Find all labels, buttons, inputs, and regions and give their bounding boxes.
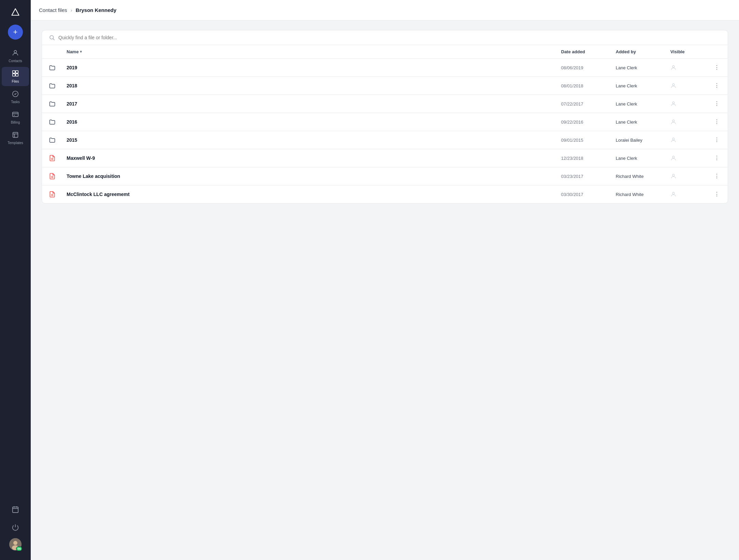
row-action-cell[interactable]: ⋮ xyxy=(706,113,728,131)
visible-person-icon xyxy=(670,137,700,143)
sidebar-item-files[interactable]: Files xyxy=(2,67,29,86)
row-more-button[interactable]: ⋮ xyxy=(711,154,722,162)
sidebar-item-templates-label: Templates xyxy=(8,141,23,145)
folder-icon xyxy=(49,137,56,143)
search-bar xyxy=(42,30,728,45)
table-row: 2016 09/22/2016 Lane Clerk ⋮ xyxy=(42,113,728,131)
files-table: Name ▾ Date added Added by Visible 2019 xyxy=(42,45,728,203)
row-action-cell[interactable]: ⋮ xyxy=(706,167,728,185)
item-name: 2016 xyxy=(67,119,77,125)
item-date: 09/01/2015 xyxy=(561,138,583,143)
svg-rect-7 xyxy=(13,112,18,117)
row-icon-cell xyxy=(42,185,61,204)
item-added-by: Lane Clerk xyxy=(616,65,637,70)
item-name: 2017 xyxy=(67,101,77,107)
row-person-cell: Lane Clerk xyxy=(610,59,665,77)
user-avatar[interactable]: 56 xyxy=(9,538,22,550)
power-icon-button[interactable] xyxy=(9,520,22,534)
item-date: 08/06/2019 xyxy=(561,65,583,70)
folder-icon xyxy=(49,118,56,125)
row-date-cell: 09/22/2016 xyxy=(556,113,610,131)
item-name: Maxwell W-9 xyxy=(67,155,95,161)
row-name-cell[interactable]: Maxwell W-9 xyxy=(61,149,556,167)
row-name-cell[interactable]: 2015 xyxy=(61,131,556,149)
item-date: 12/23/2018 xyxy=(561,156,583,161)
row-name-cell[interactable]: 2018 xyxy=(61,77,556,95)
svg-point-32 xyxy=(672,174,674,176)
row-more-button[interactable]: ⋮ xyxy=(711,100,722,108)
sidebar-item-contacts[interactable]: Contacts xyxy=(2,46,29,66)
visible-person-icon xyxy=(670,119,700,125)
row-action-cell[interactable]: ⋮ xyxy=(706,185,728,204)
row-icon-cell xyxy=(42,77,61,95)
row-action-cell[interactable]: ⋮ xyxy=(706,95,728,113)
row-name-cell[interactable]: 2019 xyxy=(61,59,556,77)
row-more-button[interactable]: ⋮ xyxy=(711,82,722,90)
add-button[interactable]: + xyxy=(8,25,23,40)
item-date: 03/30/2017 xyxy=(561,192,583,197)
row-icon-cell xyxy=(42,59,61,77)
sidebar-item-contacts-label: Contacts xyxy=(9,59,22,63)
breadcrumb-parent[interactable]: Contact files xyxy=(39,7,67,13)
sidebar-item-billing[interactable]: Billing xyxy=(2,108,29,127)
billing-icon xyxy=(12,111,19,119)
row-icon-cell xyxy=(42,113,61,131)
date-col-header: Date added xyxy=(556,45,610,59)
row-more-button[interactable]: ⋮ xyxy=(711,190,722,198)
item-name: Towne Lake acquisition xyxy=(67,173,120,179)
row-action-cell[interactable]: ⋮ xyxy=(706,77,728,95)
file-icon xyxy=(49,155,56,162)
row-person-cell: Richard White xyxy=(610,167,665,185)
row-more-button[interactable]: ⋮ xyxy=(711,64,722,72)
svg-marker-0 xyxy=(12,9,19,15)
row-action-cell[interactable]: ⋮ xyxy=(706,149,728,167)
table-row: 2015 09/01/2015 Loralei Bailey ⋮ xyxy=(42,131,728,149)
calendar-icon-button[interactable] xyxy=(9,503,22,516)
row-visible-cell xyxy=(665,95,706,113)
row-visible-cell xyxy=(665,149,706,167)
row-name-cell[interactable]: McClintock LLC agreememt xyxy=(61,185,556,204)
visible-col-header: Visible xyxy=(665,45,706,59)
sort-arrow-icon: ▾ xyxy=(80,50,82,54)
row-person-cell: Lane Clerk xyxy=(610,113,665,131)
main-content: Contact files › Bryson Kennedy xyxy=(31,0,739,560)
file-icon xyxy=(49,191,56,198)
row-icon-cell xyxy=(42,95,61,113)
item-name: 2018 xyxy=(67,83,77,88)
svg-point-26 xyxy=(672,138,674,140)
row-action-cell[interactable]: ⋮ xyxy=(706,59,728,77)
svg-point-22 xyxy=(672,66,674,68)
row-date-cell: 12/23/2018 xyxy=(556,149,610,167)
row-more-button[interactable]: ⋮ xyxy=(711,136,722,144)
breadcrumb-separator: › xyxy=(71,7,72,13)
row-person-cell: Lane Clerk xyxy=(610,77,665,95)
avatar-badge: 56 xyxy=(16,546,22,551)
breadcrumb-current: Bryson Kennedy xyxy=(76,7,116,13)
row-more-button[interactable]: ⋮ xyxy=(711,118,722,126)
svg-rect-10 xyxy=(13,132,18,138)
row-more-button[interactable]: ⋮ xyxy=(711,172,722,180)
item-added-by: Richard White xyxy=(616,174,644,179)
item-name: McClintock LLC agreememt xyxy=(67,192,129,197)
sidebar-item-files-label: Files xyxy=(12,80,19,83)
row-name-cell[interactable]: 2017 xyxy=(61,95,556,113)
row-name-cell[interactable]: 2016 xyxy=(61,113,556,131)
name-col-header: Name ▾ xyxy=(61,45,556,59)
row-person-cell: Lane Clerk xyxy=(610,95,665,113)
sidebar-item-templates[interactable]: Templates xyxy=(2,128,29,148)
row-name-cell[interactable]: Towne Lake acquisition xyxy=(61,167,556,185)
svg-line-21 xyxy=(53,39,54,40)
search-input[interactable] xyxy=(58,35,721,40)
svg-rect-3 xyxy=(16,71,18,73)
svg-rect-2 xyxy=(13,71,15,73)
action-col-header xyxy=(706,45,728,59)
row-action-cell[interactable]: ⋮ xyxy=(706,131,728,149)
item-name: 2015 xyxy=(67,137,77,143)
row-person-cell: Loralei Bailey xyxy=(610,131,665,149)
row-date-cell: 07/22/2017 xyxy=(556,95,610,113)
item-date: 03/23/2017 xyxy=(561,174,583,179)
visible-person-icon xyxy=(670,173,700,179)
name-sort-button[interactable]: Name ▾ xyxy=(67,49,82,54)
visible-person-icon xyxy=(670,65,700,71)
sidebar-item-tasks[interactable]: Tasks xyxy=(2,87,29,107)
